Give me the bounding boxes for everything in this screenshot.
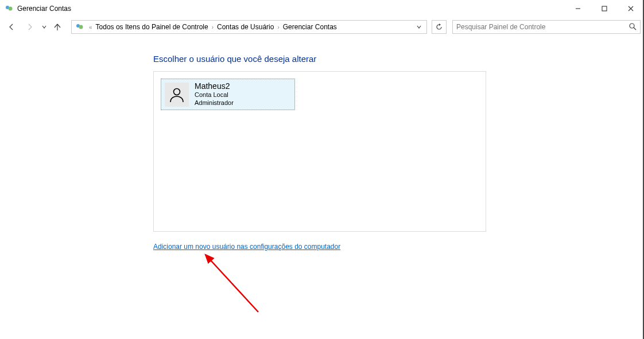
accounts-list: Matheus2 Conta Local Administrador (153, 71, 486, 232)
svg-line-11 (205, 255, 258, 312)
account-role: Administrador (195, 99, 234, 107)
svg-point-8 (630, 24, 634, 28)
account-type: Conta Local (195, 91, 234, 99)
minimize-button[interactable] (565, 0, 591, 17)
chevron-right-icon: › (276, 24, 280, 30)
close-button[interactable] (618, 0, 644, 17)
window-controls (565, 0, 644, 17)
breadcrumb-item[interactable]: Contas de Usuário (216, 23, 275, 31)
forward-button[interactable] (22, 19, 38, 35)
avatar (165, 83, 189, 107)
address-icon (75, 22, 84, 32)
account-text: Matheus2 Conta Local Administrador (195, 81, 234, 107)
maximize-button[interactable] (591, 0, 618, 17)
search-input[interactable]: Pesquisar Painel de Controle (452, 20, 641, 34)
history-dropdown[interactable] (40, 25, 48, 29)
add-user-link[interactable]: Adicionar um novo usuário nas configuraç… (153, 243, 340, 251)
app-icon (5, 4, 14, 13)
chevron-right-icon: › (211, 24, 215, 30)
breadcrumb-prefix: « (88, 24, 94, 30)
svg-point-10 (174, 88, 180, 95)
svg-point-7 (79, 25, 83, 29)
breadcrumb-item[interactable]: Gerenciar Contas (282, 23, 338, 31)
breadcrumb-item[interactable]: Todos os Itens do Painel de Controle (95, 23, 210, 31)
svg-point-1 (9, 7, 13, 11)
window-title: Gerenciar Contas (17, 5, 71, 13)
svg-rect-3 (602, 6, 607, 11)
up-button[interactable] (51, 19, 64, 35)
navbar: « Todos os Itens do Painel de Controle ›… (0, 17, 644, 37)
annotation-arrow (195, 249, 270, 318)
page-heading: Escolher o usuário que você deseja alter… (153, 54, 316, 64)
svg-line-9 (634, 28, 636, 30)
search-placeholder: Pesquisar Painel de Controle (456, 23, 629, 31)
titlebar: Gerenciar Contas (0, 0, 644, 17)
account-tile[interactable]: Matheus2 Conta Local Administrador (161, 79, 295, 110)
account-name: Matheus2 (195, 81, 234, 91)
address-history-dropdown[interactable] (413, 24, 425, 30)
content-area: Escolher o usuário que você deseja alter… (0, 37, 644, 49)
search-icon (629, 22, 637, 32)
refresh-button[interactable] (432, 20, 447, 34)
address-bar[interactable]: « Todos os Itens do Painel de Controle ›… (71, 20, 427, 34)
back-button[interactable] (3, 19, 20, 35)
